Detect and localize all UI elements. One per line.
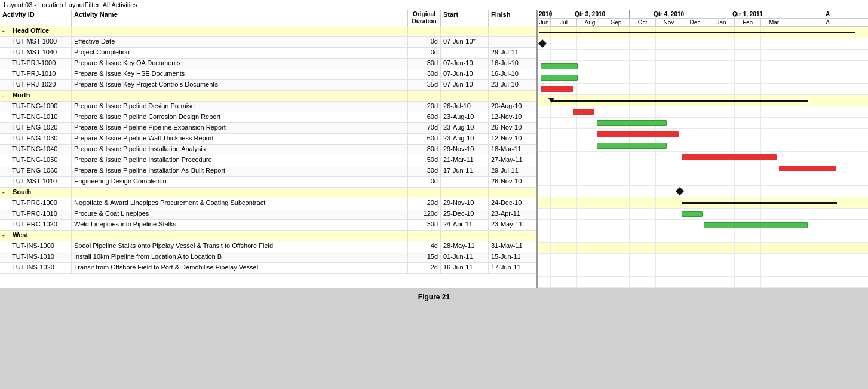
- table-row: TUT-PRC-1000 Negotiate & Award Linepipes…: [0, 198, 536, 209]
- gantt-row-south: [538, 197, 868, 209]
- activity-finish: 29-Jul-11: [489, 48, 536, 58]
- activity-duration: 20d: [408, 102, 441, 112]
- gantt-bar-tut-prj-1000: [541, 63, 578, 69]
- activity-finish: 20-Aug-10: [489, 102, 536, 112]
- group-north: - North: [0, 91, 536, 102]
- activity-start: 29-Nov-10: [441, 145, 489, 155]
- group-label-head-office: Head Office: [13, 27, 49, 34]
- activity-name: Prepare & Issue Key HSE Documents: [72, 69, 408, 79]
- header-orig-duration: OriginalDuration: [408, 10, 441, 26]
- activity-name: Prepare & Issue Pipeline Wall Thickness …: [72, 134, 408, 144]
- gantt-row-tut-eng-1040: [538, 152, 868, 163]
- quarter-q3-2010: Qtr 3, 2010: [551, 10, 630, 18]
- table-row: TUT-ENG-1060 Prepare & Issue Pipeline In…: [0, 166, 536, 177]
- activity-duration: 30d: [408, 69, 441, 79]
- gantt-row-tut-eng-1000: [538, 106, 868, 118]
- table-row: TUT-INS-1010 Install 10km Pipeline from …: [0, 252, 536, 263]
- activity-name: Effective Date: [72, 37, 408, 47]
- activity-finish: 24-Dec-10: [489, 198, 536, 209]
- activity-id: TUT-ENG-1030: [0, 134, 72, 144]
- activity-id: TUT-PRC-1010: [0, 209, 72, 219]
- activity-duration: 2d: [408, 263, 441, 273]
- activity-name: Spool Pipeline Stalks onto Pipelay Vesse…: [72, 241, 408, 252]
- gantt-bar-tut-eng-1010: [597, 120, 667, 126]
- activity-start: [441, 48, 489, 58]
- gantt-row-head-office: [538, 27, 868, 38]
- activity-duration: 20d: [408, 198, 441, 209]
- quarter-2010: 2010: [538, 10, 551, 18]
- gantt-row-tut-prc-1020: [538, 231, 868, 243]
- activity-name: Prepare & Issue Pipeline Corrosion Desig…: [72, 112, 408, 122]
- group-label-north: North: [13, 91, 30, 99]
- group-south: - South: [0, 188, 536, 198]
- month-jul: Jul: [551, 19, 577, 26]
- activity-finish: 17-Jun-11: [489, 263, 536, 273]
- gantt-row-tut-prj-1010: [538, 72, 868, 84]
- quarter-q1-2011: Qtr 1, 2011: [708, 10, 787, 18]
- main-container: Layout 03 - Location Layout Filter: All …: [0, 0, 868, 306]
- activity-id: TUT-INS-1000: [0, 241, 72, 252]
- gantt-row-tut-mst-1040: [538, 50, 868, 61]
- table-row: TUT-INS-1000 Spool Pipeline Stalks onto …: [0, 241, 536, 252]
- group-head-office: - Head Office: [0, 26, 536, 37]
- activity-finish: 23-May-11: [489, 220, 536, 230]
- activity-finish: 16-Jul-10: [489, 59, 536, 69]
- figure-caption-text: Figure 21: [418, 293, 450, 301]
- activity-name: Transit from Offshore Field to Port & De…: [72, 263, 408, 273]
- table-row: TUT-ENG-1000 Prepare & Issue Pipeline De…: [0, 102, 536, 112]
- activity-name: Prepare & Issue Pipeline Design Premise: [72, 102, 408, 112]
- table-row: TUT-ENG-1040 Prepare & Issue Pipeline In…: [0, 145, 536, 155]
- activity-id: TUT-ENG-1000: [0, 102, 72, 112]
- activity-start: 29-Nov-10: [441, 198, 489, 209]
- gantt-row-tut-mst-1010: [538, 186, 868, 197]
- activity-id: TUT-PRJ-1000: [0, 59, 72, 69]
- activity-name: Prepare & Issue Pipeline Installation An…: [72, 145, 408, 155]
- header-activity-name: Activity Name: [72, 10, 408, 26]
- activity-duration: 15d: [408, 252, 441, 262]
- filter-label: Filter: All Activities: [85, 1, 137, 8]
- activity-id: TUT-ENG-1020: [0, 123, 72, 133]
- table-row: TUT-PRJ-1020 Prepare & Issue Key Project…: [0, 80, 536, 91]
- activity-finish: 26-Nov-10: [489, 123, 536, 133]
- activity-start: 16-Jun-11: [441, 263, 489, 273]
- gantt-row-tut-eng-1020: [538, 129, 868, 140]
- activity-duration: 80d: [408, 145, 441, 155]
- month-oct: Oct: [630, 19, 656, 26]
- right-panel: 2010 Qtr 3, 2010 Qtr 4, 2010 Qtr 1, 2011…: [538, 10, 868, 288]
- activity-id: TUT-ENG-1040: [0, 145, 72, 155]
- activity-finish: 18-Mar-11: [489, 145, 536, 155]
- activity-start: 24-Apr-11: [441, 220, 489, 230]
- gantt-bar-tut-eng-1040: [682, 154, 777, 160]
- table-row: TUT-ENG-1010 Prepare & Issue Pipeline Co…: [0, 112, 536, 123]
- activity-start: 07-Jun-10: [441, 59, 489, 69]
- activity-name: Prepare & Issue Key QA Documents: [72, 59, 408, 69]
- header-start: Start: [441, 10, 489, 26]
- gantt-month-header: Jun Jul Aug Sep Oct Nov Dec Jan Feb Mar …: [538, 19, 868, 27]
- activity-start: 25-Dec-10: [441, 209, 489, 219]
- activity-duration: 70d: [408, 123, 441, 133]
- table-row: TUT-MST-1040 Project Completion 0d 29-Ju…: [0, 48, 536, 59]
- gantt-north-triangle-left: [548, 98, 554, 103]
- activity-id: TUT-MST-1010: [0, 177, 72, 187]
- table-header: Activity ID Activity Name OriginalDurati…: [0, 10, 536, 26]
- group-minus-west[interactable]: - West: [0, 231, 72, 241]
- activity-duration: 30d: [408, 166, 441, 176]
- activity-name: Procure & Coat Linepipes: [72, 209, 408, 219]
- group-minus-head-office[interactable]: - Head Office: [0, 26, 72, 36]
- gantt-bar-tut-eng-1020: [597, 131, 679, 137]
- gantt-bar-tut-eng-1050: [779, 166, 836, 171]
- activity-name: Negotiate & Award Linepipes Procurement …: [72, 198, 408, 209]
- activity-start: 07-Jun-10*: [441, 37, 489, 47]
- activity-finish: 26-Nov-10: [489, 177, 536, 187]
- group-minus-north[interactable]: - North: [0, 91, 72, 101]
- activity-id: TUT-PRJ-1020: [0, 80, 72, 90]
- activity-start: 23-Aug-10: [441, 123, 489, 133]
- gantt-bar-tut-eng-1030: [597, 143, 667, 149]
- activity-name: Engineering Design Completion: [72, 177, 408, 187]
- gantt-row-tut-prc-1000: [538, 209, 868, 220]
- gantt-summary-bar-north: [551, 100, 808, 102]
- gantt-bar-tut-prj-1020: [541, 86, 573, 92]
- table-row: TUT-MST-1000 Effective Date 0d 07-Jun-10…: [0, 37, 536, 48]
- group-minus-south[interactable]: - South: [0, 188, 72, 198]
- quarter-q4-2010: Qtr 4, 2010: [630, 10, 708, 18]
